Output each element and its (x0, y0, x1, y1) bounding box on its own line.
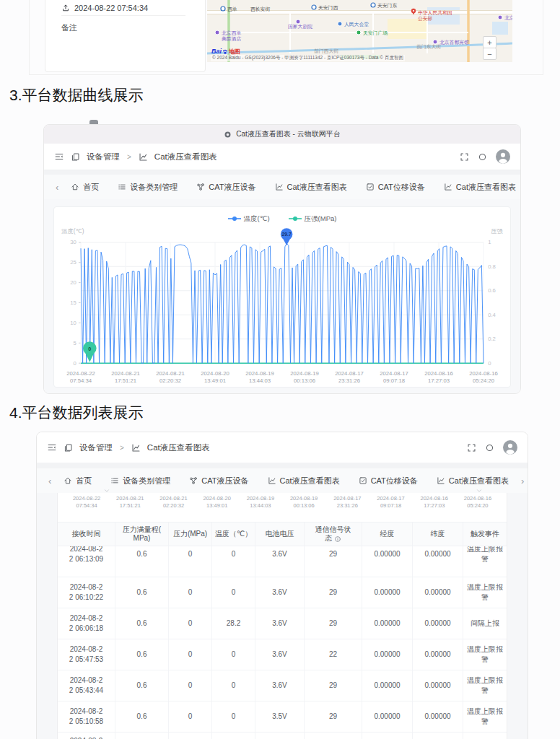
svg-text:29.7: 29.7 (282, 232, 292, 237)
breadcrumb-separator: > (127, 153, 131, 161)
table-cell: 0 (212, 670, 255, 701)
nav-tab-bar: ‹ 首页设备类别管理CAT液压设备Cat液压查看图表CAT位移设备Cat液压查看… (37, 468, 528, 493)
tab-CAT位移设备[interactable]: CAT位移设备 (366, 182, 425, 193)
table-cell: 2024-08-22 05:43:44 (58, 670, 115, 701)
table-cell: 0 (169, 670, 212, 701)
fullscreen-icon[interactable] (460, 152, 469, 162)
legend-item[interactable]: 压强(MPa) (289, 214, 337, 224)
divider (543, 0, 543, 74)
breadcrumb-bar: 设备管理 > Cat液压查看图表 (44, 144, 520, 170)
svg-text:25: 25 (70, 259, 76, 266)
table-cell: 28.2 (212, 608, 255, 639)
svg-text:13:49:01: 13:49:01 (204, 377, 226, 384)
tab-首页[interactable]: 首页 (71, 182, 99, 193)
column-header: 纬度 (413, 522, 463, 546)
table-cell: 0 (212, 577, 255, 608)
table-cell (413, 733, 463, 739)
table-row[interactable]: 2024-08-22 06:10:220.6003.6V290.000000.0… (58, 577, 507, 608)
fullscreen-icon[interactable] (467, 443, 476, 452)
info-icon[interactable] (334, 535, 341, 543)
baidu-map[interactable]: 西单西长安街天安门西天安门东人民大会堂国家大剧院天安门广场中华人民共和国公安部北… (207, 0, 512, 62)
avatar[interactable] (496, 149, 510, 164)
chart-icon (444, 183, 452, 191)
nav-tab-bar: ‹ 首页设备类别管理CAT液压设备Cat液压查看图表CAT位移设备Cat液压查看… (44, 175, 520, 199)
column-header: 压力(MPa) (169, 522, 212, 546)
device-detail-card: 2024-08-22 07:54:34 备注 (45, 0, 206, 72)
table-cell: 温度上限报警 (463, 670, 507, 701)
breadcrumb-current[interactable]: Cat液压查看图表 (147, 442, 210, 453)
breadcrumb-root[interactable]: 设备管理 (87, 152, 120, 162)
xaxis-label: 2024-08-2207:54:34 (65, 495, 108, 510)
table-cell: 0.00000 (413, 670, 463, 701)
remark-label: 备注 (61, 22, 77, 33)
map-zoom-out-button[interactable]: − (483, 48, 496, 60)
svg-text:国家大剧院: 国家大剧院 (288, 24, 312, 30)
table-cell: 2024-08-22 06:10:22 (58, 577, 115, 608)
table-cell: 0.00000 (362, 701, 413, 732)
tab-grid-icon[interactable] (527, 476, 528, 486)
window-titlebar: Cat液压查看图表 - 云物联网平台 (44, 125, 520, 144)
svg-text:北京西单: 北京西单 (222, 30, 241, 36)
svg-text:05:24:20: 05:24:20 (473, 377, 494, 384)
tab-Cat液压查看图表[interactable]: Cat液压查看图表 (275, 182, 347, 193)
list-icon (118, 183, 126, 191)
map-canvas: 西单西长安街天安门西天安门东人民大会堂国家大剧院天安门广场中华人民共和国公安部北… (207, 0, 512, 62)
svg-text:0.6: 0.6 (488, 287, 496, 294)
svg-text:20: 20 (70, 279, 76, 286)
refresh-icon[interactable] (478, 152, 487, 162)
tab-设备类别管理[interactable]: 设备类别管理 (110, 476, 170, 486)
tab-首页[interactable]: 首页 (64, 476, 92, 486)
table-cell: 0 (169, 701, 212, 732)
table-row[interactable]: 2024-08-22 06:06:180.6028.23.6V290.00000… (58, 608, 507, 639)
tabs-scroll-left-icon[interactable]: ‹ (45, 476, 54, 486)
svg-text:2024-08-19: 2024-08-19 (245, 370, 274, 377)
tabs-scroll-right-icon[interactable]: › (518, 476, 527, 486)
table-cell: 0 (169, 577, 212, 608)
svg-text:2024-08-16: 2024-08-16 (469, 370, 498, 377)
map-zoom-in-button[interactable]: + (483, 36, 496, 48)
tab-CAT液压设备[interactable]: CAT液压设备 (189, 476, 248, 486)
table-row[interactable]: 2024-08-2 (58, 733, 507, 739)
tab-Cat液压查看图表[interactable]: Cat液压查看图表 (437, 476, 509, 486)
table-body[interactable]: 2024-08-22 06:13:090.6003.6V290.000000.0… (58, 546, 507, 739)
divider (29, 74, 543, 75)
tab-Cat液压查看图表[interactable]: Cat液压查看图表 (444, 182, 516, 193)
svg-text:5: 5 (74, 340, 76, 346)
tab-CAT液压设备[interactable]: CAT液压设备 (196, 182, 255, 193)
table-cell: 29 (305, 670, 362, 701)
table-cell: 0.6 (115, 577, 169, 608)
collapse-menu-icon[interactable] (47, 442, 57, 452)
svg-text:北京: 北京 (504, 15, 512, 21)
home-icon (64, 476, 72, 485)
avatar[interactable] (503, 440, 517, 455)
nodes-icon (196, 183, 205, 191)
svg-text:0: 0 (488, 360, 491, 367)
legend-item[interactable]: 温度(℃) (228, 214, 270, 224)
breadcrumb-root[interactable]: 设备管理 (79, 442, 113, 453)
chart-icon (437, 476, 445, 485)
breadcrumb-current[interactable]: Cat液压查看图表 (154, 152, 217, 162)
column-header: 压力满量程(MPa) (115, 522, 169, 546)
table-cell: 0.00000 (362, 670, 413, 701)
table-cell: 0.6 (115, 608, 169, 639)
collapse-menu-icon[interactable] (54, 152, 64, 162)
chart-plot[interactable]: 温度(℃)压强10.80.60.40.203025201510502024-08… (58, 224, 506, 385)
table-cell (169, 733, 212, 739)
tabs-scroll-left-icon[interactable]: ‹ (53, 182, 61, 193)
svg-text:07:54:34: 07:54:34 (70, 377, 92, 384)
chart-icon (268, 476, 276, 485)
column-header: 温度（℃） (212, 522, 255, 546)
table-row[interactable]: 2024-08-22 06:13:090.6003.6V290.000000.0… (58, 546, 507, 577)
tab-设备类别管理[interactable]: 设备类别管理 (118, 182, 178, 193)
table-cell: 22 (305, 639, 362, 670)
svg-text:2024-08-19: 2024-08-19 (290, 370, 319, 377)
refresh-icon[interactable] (485, 443, 494, 452)
table-row[interactable]: 2024-08-22 05:43:440.6003.6V290.000000.0… (58, 670, 507, 701)
tab-CAT位移设备[interactable]: CAT位移设备 (359, 476, 418, 486)
table-row[interactable]: 2024-08-22 05:10:580.6003.5V290.000000.0… (58, 701, 507, 733)
tab-Cat液压查看图表[interactable]: Cat液压查看图表 (268, 476, 340, 486)
table-cell: 0 (212, 546, 255, 577)
table-row[interactable]: 2024-08-22 05:47:530.6003.6V220.000000.0… (58, 639, 507, 670)
table-cell: 0.6 (115, 546, 169, 577)
svg-text:1: 1 (488, 239, 491, 245)
